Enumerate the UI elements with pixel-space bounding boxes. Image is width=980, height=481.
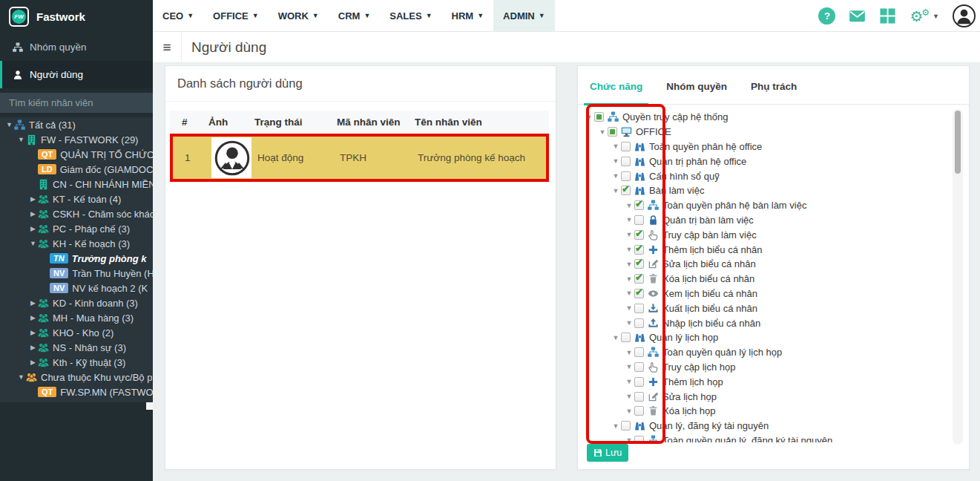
permission-checkbox[interactable] xyxy=(621,186,631,195)
permission-checkbox[interactable] xyxy=(621,142,631,151)
apps-grid-icon[interactable] xyxy=(879,7,896,24)
permission-checkbox[interactable] xyxy=(634,230,644,240)
permission-checkbox[interactable] xyxy=(634,289,644,298)
caret-open-icon[interactable]: ▼ xyxy=(624,436,634,442)
caret-open-icon[interactable]: ▼ xyxy=(611,422,621,430)
caret-open-icon[interactable]: ▼ xyxy=(611,157,621,165)
tab-nhóm-quyền[interactable]: Nhóm quyền xyxy=(654,81,739,104)
permission-tree-item[interactable]: ▼Bàn làm việc xyxy=(578,183,949,198)
permission-checkbox[interactable] xyxy=(634,304,644,313)
permission-checkbox[interactable] xyxy=(634,436,644,442)
caret-open-icon[interactable]: ▼ xyxy=(16,136,26,143)
org-tree-item[interactable]: NVTrần Thu Huyền (H xyxy=(0,266,153,281)
org-tree-item[interactable]: ▶CSKH - Chăm sóc khác xyxy=(0,206,153,221)
org-tree-item[interactable]: LDGiám đốc (GIAMDOC xyxy=(0,162,153,177)
permission-checkbox[interactable] xyxy=(634,215,644,225)
permission-checkbox[interactable] xyxy=(621,157,631,166)
org-tree-item[interactable]: CN - CHI NHÁNH MIỀN xyxy=(0,177,153,192)
caret-open-icon[interactable]: ▼ xyxy=(624,304,634,312)
permission-tree-item[interactable]: ▼Xóa lịch họp xyxy=(578,404,949,419)
caret-open-icon[interactable]: ▼ xyxy=(16,373,26,381)
permission-checkbox[interactable] xyxy=(608,127,617,137)
permission-checkbox[interactable] xyxy=(621,421,631,431)
permission-tree-item[interactable]: ▼Thêm lịch biểu cá nhân xyxy=(578,242,949,257)
permission-tree-item[interactable]: ▼Quản trị phân hệ office xyxy=(578,154,949,168)
permission-checkbox[interactable] xyxy=(634,362,644,372)
permission-tree-item[interactable]: ▼Toàn quyền quản lý lịch họp xyxy=(578,345,949,360)
caret-open-icon[interactable]: ▼ xyxy=(624,393,634,400)
topnav-item-ceo[interactable]: CEO▼ xyxy=(153,0,203,31)
sidebar-item-nhom-quyen[interactable]: Nhóm quyền xyxy=(0,33,153,61)
permission-checkbox[interactable] xyxy=(634,259,644,269)
permission-tree-item[interactable]: ▼Toàn quyền phân hệ bàn làm việc xyxy=(578,198,949,213)
permission-tree-item[interactable]: ▼Nhập lịch biểu cá nhân xyxy=(578,315,949,330)
topnav-item-office[interactable]: OFFICE▼ xyxy=(203,0,269,31)
caret-open-icon[interactable]: ▼ xyxy=(4,121,14,128)
caret-open-icon[interactable]: ▼ xyxy=(611,334,621,341)
permission-tree-item[interactable]: ▼Sửa lịch biểu cá nhân xyxy=(578,257,949,272)
scrollbar-track[interactable] xyxy=(953,109,963,445)
permission-tree-item[interactable]: ▼Quản trị bàn làm việc xyxy=(578,213,949,228)
org-tree-item[interactable]: TNTrưởng phòng k xyxy=(0,251,153,266)
caret-closed-icon[interactable]: ▶ xyxy=(28,344,38,351)
permission-tree-item[interactable]: ▼Xóa lịch biểu cá nhân xyxy=(578,272,949,287)
tab-phụ-trách[interactable]: Phụ trách xyxy=(739,81,809,104)
caret-open-icon[interactable]: ▼ xyxy=(597,128,608,136)
org-tree-item[interactable]: ▼KH - Kế hoạch (3) xyxy=(0,236,153,251)
permission-checkbox[interactable] xyxy=(634,200,644,210)
caret-open-icon[interactable]: ▼ xyxy=(624,275,634,283)
permission-checkbox[interactable] xyxy=(634,377,644,387)
org-tree-item[interactable]: ▶KHO - Kho (2) xyxy=(0,325,153,340)
caret-open-icon[interactable]: ▼ xyxy=(624,216,634,223)
caret-closed-icon[interactable]: ▶ xyxy=(28,314,38,321)
permission-tree-item[interactable]: ▼Toàn quyền phân hệ office xyxy=(578,140,949,154)
org-tree-item[interactable]: ▶Kth - Kỹ thuật (3) xyxy=(0,355,153,370)
permission-checkbox[interactable] xyxy=(634,318,644,328)
org-tree-item[interactable]: ▼FW - FASTWORK (29) xyxy=(0,132,153,147)
org-tree-item[interactable]: ▶NS - Nhân sự (3) xyxy=(0,340,153,355)
scrollbar-thumb[interactable] xyxy=(955,111,961,174)
org-tree-item[interactable]: QTFW.SP.MN (FASTWO xyxy=(0,385,153,399)
permission-checkbox[interactable] xyxy=(594,112,604,122)
org-tree-item[interactable]: ▼Tất cả (31) xyxy=(0,117,153,132)
save-button[interactable]: Lưu xyxy=(587,444,628,462)
caret-open-icon[interactable]: ▼ xyxy=(28,240,38,247)
tab-chức-năng[interactable]: Chức năng xyxy=(578,81,654,104)
mail-icon[interactable] xyxy=(849,7,866,24)
permission-tree-item[interactable]: ▼Cấu hình sổ quỹ xyxy=(578,168,949,183)
caret-closed-icon[interactable]: ▶ xyxy=(28,210,38,217)
caret-closed-icon[interactable]: ▶ xyxy=(28,195,38,203)
sidebar-item-nguoi-dung[interactable]: Người dùng xyxy=(0,61,153,88)
org-tree-item[interactable]: ▶KD - Kinh doanh (3) xyxy=(0,295,153,310)
permission-checkbox[interactable] xyxy=(634,274,644,284)
user-avatar[interactable] xyxy=(953,4,976,27)
permission-tree-item[interactable]: ▼Quản lý, đăng ký tài nguyên xyxy=(578,419,949,433)
caret-closed-icon[interactable]: ▶ xyxy=(28,225,38,232)
permission-tree-item[interactable]: ▼Quyền truy cập hệ thống xyxy=(578,110,949,125)
permission-checkbox[interactable] xyxy=(621,171,631,181)
caret-open-icon[interactable]: ▼ xyxy=(624,261,634,268)
caret-open-icon[interactable]: ▼ xyxy=(624,246,634,253)
search-input[interactable] xyxy=(0,93,153,113)
permission-tree-item[interactable]: ▼Toàn quyền quản lý, đăng ký tài nguyên xyxy=(578,433,949,442)
permission-checkbox[interactable] xyxy=(621,333,631,342)
topnav-item-crm[interactable]: CRM▼ xyxy=(329,0,381,31)
caret-open-icon[interactable]: ▼ xyxy=(584,114,594,121)
caret-open-icon[interactable]: ▼ xyxy=(624,289,634,297)
permission-checkbox[interactable] xyxy=(634,245,644,255)
caret-closed-icon[interactable]: ▶ xyxy=(28,329,38,336)
permission-checkbox[interactable] xyxy=(634,406,644,416)
caret-open-icon[interactable]: ▼ xyxy=(611,187,621,194)
settings-menu[interactable]: ⚙ ⚙ ▼ xyxy=(910,9,939,24)
topnav-item-admin[interactable]: ADMIN▼ xyxy=(493,0,555,31)
permission-tree-item[interactable]: ▼Truy cập lịch họp xyxy=(578,360,949,375)
permission-checkbox[interactable] xyxy=(634,392,644,402)
permission-tree-item[interactable]: ▼Xem lịch biểu cá nhân xyxy=(578,287,949,301)
org-tree-item[interactable]: QTQUẢN TRỊ TỔ CHỨC xyxy=(0,147,153,162)
caret-closed-icon[interactable]: ▶ xyxy=(28,299,38,307)
permission-tree-item[interactable]: ▼Sửa lịch họp xyxy=(578,389,949,404)
caret-open-icon[interactable]: ▼ xyxy=(624,349,634,356)
topnav-item-sales[interactable]: SALES▼ xyxy=(380,0,441,31)
permission-tree-item[interactable]: ▼Truy cập bàn làm việc xyxy=(578,227,949,242)
caret-open-icon[interactable]: ▼ xyxy=(624,363,634,370)
